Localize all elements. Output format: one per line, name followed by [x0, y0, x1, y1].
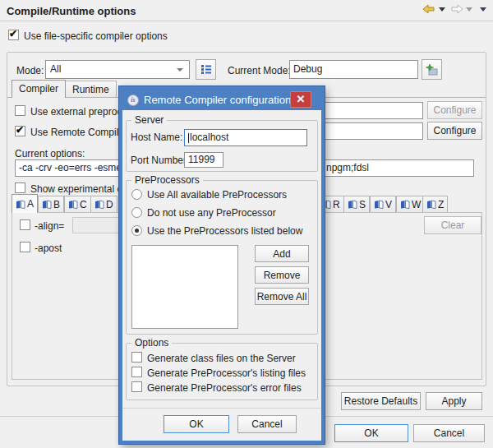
letter-tab-w[interactable]: W	[396, 196, 425, 212]
show-experimental-checkbox[interactable]	[15, 182, 25, 193]
dialog-close-button[interactable]: ✕	[290, 91, 311, 108]
no-preprocessor-label: Do not use any PreProcessor	[147, 207, 276, 219]
dialog-ok-button[interactable]: OK	[164, 415, 229, 433]
book-icon	[68, 200, 78, 209]
use-remote-compiler-checkbox[interactable]	[15, 126, 25, 136]
letter-tab-b-label: B	[53, 199, 60, 210]
current-options-label: Current options:	[15, 148, 85, 159]
mode-combobox[interactable]: All	[45, 60, 190, 79]
server-group-title: Server	[131, 114, 167, 126]
combo-chevron-icon	[177, 68, 183, 72]
save-mode-button[interactable]	[422, 59, 442, 80]
letter-tab-d-label: D	[106, 199, 113, 210]
generate-error-files-label: Generate PreProcessor's error files	[147, 382, 302, 394]
generate-class-files-label: Generate class files on the Server	[147, 353, 296, 364]
book-icon	[42, 200, 52, 209]
preprocessors-groupbox: PreProcessors Use All available PreProce…	[126, 180, 318, 335]
use-external-preprocessor-label: Use external preproce	[30, 106, 127, 118]
generate-listing-files-checkbox[interactable]	[131, 367, 142, 377]
mode-label: Mode:	[16, 65, 44, 76]
current-mode-label: Current Mode:	[228, 65, 291, 76]
tab-runtime-label: Runtime	[72, 84, 109, 95]
use-all-preprocessors-radio[interactable]	[131, 189, 142, 200]
letter-tab-c[interactable]: C	[64, 196, 91, 212]
dialog-app-icon: is	[127, 95, 139, 106]
port-number-label: Port Number:	[131, 155, 189, 166]
clear-button[interactable]: Clear	[424, 216, 481, 234]
dialog-content: Server Host Name: localhost Port Number:…	[122, 110, 321, 441]
letter-tab-v-label: V	[385, 199, 392, 210]
preprocessors-listbox[interactable]	[131, 245, 238, 329]
align-label: -align=	[35, 220, 64, 232]
host-name-label: Host Name:	[131, 132, 182, 143]
apost-checkbox[interactable]	[20, 242, 30, 252]
use-file-specific-checkbox[interactable]	[8, 30, 19, 40]
dialog-cancel-button[interactable]: Cancel	[237, 415, 297, 433]
listed-preprocessors-radio[interactable]	[131, 225, 142, 236]
apply-button[interactable]: Apply	[426, 392, 482, 410]
generate-error-files-checkbox[interactable]	[131, 381, 142, 392]
tab-compiler-label: Compiler	[19, 83, 58, 95]
configure-remote-button[interactable]: Configure	[427, 122, 482, 140]
remove-button[interactable]: Remove	[255, 266, 309, 284]
text-cursor	[188, 133, 189, 143]
dialog-title: Remote Compiler configuration	[144, 94, 291, 106]
letter-tab-w-label: W	[412, 199, 421, 210]
book-icon	[16, 200, 25, 209]
dialog-footer-divider	[122, 408, 321, 409]
apost-label: -apost	[35, 242, 62, 254]
options-group-title: Options	[131, 337, 172, 349]
letter-tab-s-label: S	[359, 199, 366, 210]
letter-tab-r-label: R	[333, 199, 340, 210]
use-all-preprocessors-label: Use All available PreProcessors	[147, 189, 287, 201]
forward-history-caret-icon[interactable]	[466, 7, 472, 12]
configure-external-button[interactable]: Configure	[427, 101, 482, 119]
restore-defaults-button[interactable]: Restore Defaults	[341, 392, 421, 410]
current-mode-field[interactable]: Debug	[289, 60, 418, 79]
book-icon	[426, 200, 436, 209]
book-icon	[400, 200, 410, 209]
current-options-value-start: -ca -crv -eo=errs -esme	[19, 162, 122, 173]
letter-tab-z-label: Z	[438, 199, 444, 210]
generate-class-files-checkbox[interactable]	[131, 352, 142, 363]
port-number-field[interactable]: 11999	[184, 152, 223, 168]
tab-compiler[interactable]: Compiler	[12, 80, 66, 98]
view-menu-caret-icon[interactable]	[480, 7, 486, 12]
mode-value: All	[50, 63, 61, 75]
no-preprocessor-radio[interactable]	[131, 207, 142, 218]
page-ok-button[interactable]: OK	[334, 424, 408, 442]
list-icon	[200, 64, 212, 75]
letter-tab-z[interactable]: Z	[422, 196, 448, 212]
generate-listing-files-label: Generate PreProcessor's listing files	[147, 367, 306, 379]
use-file-specific-label: Use file-specific compiler options	[24, 30, 168, 42]
book-icon	[348, 200, 357, 209]
dialog-options-groupbox: Options Generate class files on the Serv…	[126, 343, 318, 400]
current-options-value-end: npgm;fdsl	[326, 160, 369, 176]
back-arrow-icon[interactable]	[422, 4, 435, 14]
letter-tab-a[interactable]: A	[12, 194, 38, 213]
align-checkbox[interactable]	[20, 219, 30, 230]
show-experimental-label: Show experimental op	[30, 183, 128, 195]
book-icon	[94, 200, 104, 209]
letter-tab-s[interactable]: S	[343, 196, 370, 212]
host-name-field[interactable]: localhost	[184, 129, 307, 146]
page-cancel-button[interactable]: Cancel	[413, 424, 485, 442]
use-external-preprocessor-checkbox[interactable]	[15, 105, 25, 116]
preferences-page: Compile/Runtime options Use file-specifi…	[0, 0, 493, 448]
page-title: Compile/Runtime options	[7, 5, 136, 17]
letter-tab-v[interactable]: V	[370, 196, 396, 212]
letter-tab-d[interactable]: D	[90, 196, 117, 212]
tab-runtime[interactable]: Runtime	[65, 81, 117, 98]
dialog-titlebar[interactable]: is Remote Compiler configuration ✕	[122, 90, 321, 110]
add-button[interactable]: Add	[255, 245, 309, 262]
letter-tab-a-label: A	[27, 198, 34, 210]
book-icon	[374, 200, 384, 209]
letter-tab-b[interactable]: B	[38, 196, 64, 212]
use-remote-compiler-label: Use Remote Compiler	[30, 127, 127, 138]
mode-list-button[interactable]	[196, 59, 216, 80]
forward-arrow-icon[interactable]	[450, 4, 463, 14]
back-history-caret-icon[interactable]	[439, 7, 445, 12]
preprocessors-group-title: PreProcessors	[131, 174, 203, 186]
remote-compiler-dialog: is Remote Compiler configuration ✕ Serve…	[119, 86, 325, 444]
remove-all-button[interactable]: Remove All	[255, 288, 309, 305]
